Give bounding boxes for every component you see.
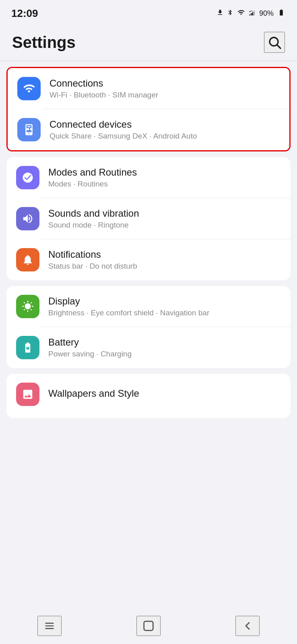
recent-apps-icon bbox=[43, 619, 56, 632]
notifications-text: Notifications Status bar · Do not distur… bbox=[48, 249, 281, 271]
connected-devices-text: Connected devices Quick Share · Samsung … bbox=[50, 119, 280, 141]
bell-icon bbox=[22, 254, 34, 266]
sounds-icon-wrapper bbox=[16, 207, 39, 230]
battery-icon-wrapper bbox=[16, 336, 39, 359]
display-text: Display Brightness · Eye comfort shield … bbox=[48, 296, 281, 317]
wallpapers-text: Wallpapers and Style bbox=[48, 388, 281, 401]
home-icon bbox=[142, 619, 155, 633]
battery-icon bbox=[277, 9, 286, 18]
home-button[interactable] bbox=[136, 616, 161, 636]
connections-text: Connections Wi-Fi · Bluetooth · SIM mana… bbox=[50, 78, 280, 99]
signal-icon bbox=[249, 9, 256, 18]
connected-devices-item[interactable]: Connected devices Quick Share · Samsung … bbox=[8, 109, 289, 150]
svg-rect-13 bbox=[144, 621, 153, 631]
connections-title: Connections bbox=[50, 78, 280, 89]
back-button[interactable] bbox=[235, 616, 260, 636]
wallpapers-card: Wallpapers and Style bbox=[6, 374, 291, 418]
devices-icon bbox=[23, 124, 35, 136]
display-subtitle: Brightness · Eye comfort shield · Naviga… bbox=[48, 309, 281, 317]
modes-routines-text: Modes and Routines Modes · Routines bbox=[48, 167, 281, 188]
svg-rect-0 bbox=[249, 14, 250, 16]
back-icon bbox=[241, 619, 254, 632]
modes-icon-wrapper bbox=[16, 166, 39, 189]
download-icon bbox=[217, 9, 224, 18]
connected-devices-subtitle: Quick Share · Samsung DeX · Android Auto bbox=[50, 132, 280, 141]
search-icon bbox=[267, 35, 282, 50]
display-title: Display bbox=[48, 296, 281, 307]
bottom-nav bbox=[0, 612, 297, 644]
display-card: Display Brightness · Eye comfort shield … bbox=[6, 286, 291, 368]
display-icon-wrapper bbox=[16, 295, 39, 318]
svg-rect-6 bbox=[27, 126, 31, 127]
battery-text-wrapper: Battery Power saving · Charging bbox=[48, 337, 281, 358]
svg-line-5 bbox=[277, 45, 280, 48]
search-button[interactable] bbox=[264, 32, 285, 53]
svg-rect-1 bbox=[251, 13, 252, 16]
battery-subtitle: Power saving · Charging bbox=[48, 350, 281, 358]
battery-settings-icon bbox=[22, 342, 34, 354]
battery-percent: 90% bbox=[259, 9, 274, 18]
battery-item[interactable]: Battery Power saving · Charging bbox=[6, 327, 291, 368]
battery-title: Battery bbox=[48, 337, 281, 348]
bluetooth-icon bbox=[227, 9, 233, 18]
display-item[interactable]: Display Brightness · Eye comfort shield … bbox=[6, 286, 291, 327]
connections-item[interactable]: Connections Wi-Fi · Bluetooth · SIM mana… bbox=[8, 68, 289, 109]
notifications-item[interactable]: Notifications Status bar · Do not distur… bbox=[6, 239, 291, 280]
volume-icon bbox=[22, 213, 34, 225]
sounds-vibration-item[interactable]: Sounds and vibration Sound mode · Ringto… bbox=[6, 198, 291, 239]
wifi-status-icon bbox=[237, 9, 245, 18]
header-divider bbox=[0, 61, 297, 61]
notifications-subtitle: Status bar · Do not disturb bbox=[48, 262, 281, 271]
status-time: 12:09 bbox=[11, 7, 38, 20]
svg-rect-3 bbox=[254, 11, 255, 16]
sun-icon bbox=[22, 300, 34, 313]
notifications-title: Notifications bbox=[48, 249, 281, 260]
status-icons: 90% bbox=[217, 9, 286, 18]
connected-devices-icon-wrapper bbox=[17, 118, 41, 141]
wallpapers-item[interactable]: Wallpapers and Style bbox=[6, 374, 291, 418]
connections-card: Connections Wi-Fi · Bluetooth · SIM mana… bbox=[6, 67, 291, 151]
page-title: Settings bbox=[12, 33, 76, 52]
image-icon bbox=[22, 388, 34, 400]
svg-rect-8 bbox=[27, 128, 29, 130]
sounds-vibration-text: Sounds and vibration Sound mode · Ringto… bbox=[48, 208, 281, 230]
page-header: Settings bbox=[0, 24, 297, 61]
wallpapers-title: Wallpapers and Style bbox=[48, 388, 281, 399]
check-circle-icon bbox=[22, 172, 34, 184]
sounds-vibration-title: Sounds and vibration bbox=[48, 208, 281, 219]
modes-routines-subtitle: Modes · Routines bbox=[48, 180, 281, 188]
connected-devices-title: Connected devices bbox=[50, 119, 280, 130]
modes-card: Modes and Routines Modes · Routines Soun… bbox=[6, 157, 291, 280]
recent-apps-button[interactable] bbox=[37, 616, 62, 636]
notifications-icon-wrapper bbox=[16, 248, 39, 271]
svg-rect-2 bbox=[252, 12, 253, 16]
modes-routines-title: Modes and Routines bbox=[48, 167, 281, 178]
connections-subtitle: Wi-Fi · Bluetooth · SIM manager bbox=[50, 91, 280, 99]
svg-rect-7 bbox=[30, 128, 33, 130]
wallpapers-icon-wrapper bbox=[16, 383, 39, 406]
wifi-icon bbox=[23, 83, 35, 95]
modes-routines-item[interactable]: Modes and Routines Modes · Routines bbox=[6, 157, 291, 198]
connections-icon-wrapper bbox=[17, 77, 41, 100]
status-bar: 12:09 bbox=[0, 0, 297, 24]
sounds-vibration-subtitle: Sound mode · Ringtone bbox=[48, 221, 281, 230]
